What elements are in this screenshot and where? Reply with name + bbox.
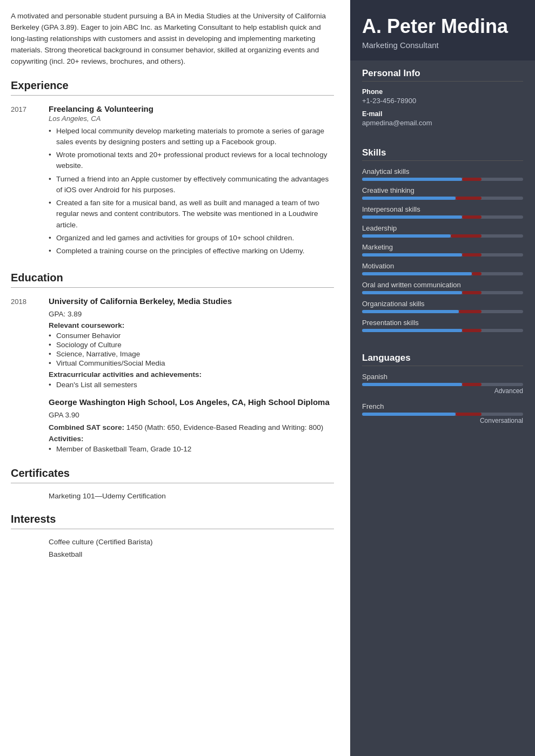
skill-bar — [362, 329, 523, 332]
entry-content: Freelancing & Volunteering Los Angeles, … — [49, 104, 334, 259]
coursework-list: Consumer BehaviorSociology of CultureSci… — [49, 332, 334, 367]
right-column: A. Peter Medina Marketing Consultant Per… — [350, 0, 535, 756]
skill-bar — [362, 178, 523, 181]
skills-title: Skills — [362, 147, 523, 161]
cert-text: Marketing 101—Udemy Certification — [49, 492, 334, 500]
experience-entry: 2017 Freelancing & Volunteering Los Ange… — [11, 104, 334, 259]
name-title: A. Peter Medina — [362, 15, 523, 37]
lang-bar — [362, 383, 523, 386]
gpa-line: GPA 3.90 — [49, 411, 334, 419]
language-item: Spanish Advanced — [362, 373, 523, 395]
certificates-title: Certificates — [11, 467, 334, 483]
skill-name: Leadership — [362, 224, 523, 232]
skill-name: Presentation skills — [362, 319, 523, 327]
skill-bar-remaining — [451, 234, 482, 238]
lang-bar-remaining — [456, 413, 482, 416]
skill-bar-fill — [362, 310, 459, 313]
edu-title: George Washington High School, Los Angel… — [49, 397, 334, 407]
skill-bar — [362, 253, 523, 256]
skill-bar — [362, 310, 523, 313]
entry-content: University of California Berkeley, Media… — [49, 296, 334, 390]
skill-bar-remaining — [456, 197, 482, 200]
gpa-line: GPA: 3.89 — [49, 310, 334, 318]
entry-year: 2017 — [11, 104, 49, 259]
page-layout: A motivated and personable student pursu… — [0, 0, 535, 756]
summary-text: A motivated and personable student pursu… — [11, 11, 334, 68]
skill-name: Oral and written communication — [362, 281, 523, 289]
edu-title: University of California Berkeley, Media… — [49, 296, 334, 306]
experience-title: Experience — [11, 79, 334, 96]
languages-title: Languages — [362, 353, 523, 366]
skill-item: Marketing — [362, 243, 523, 256]
skill-bar-remaining — [462, 329, 482, 332]
skill-bar — [362, 197, 523, 200]
lang-bar-remaining — [462, 383, 482, 386]
bullet-item: Wrote promotional texts and 20+ professi… — [49, 150, 334, 172]
skill-bar — [362, 234, 523, 238]
interest-item: Coffee culture (Certified Barista) — [11, 538, 334, 546]
coursework-item: Science, Narrative, Image — [49, 350, 334, 358]
skill-bar — [362, 272, 523, 275]
certificate-item: Marketing 101—Udemy Certification — [11, 492, 334, 500]
entry-title: Freelancing & Volunteering — [49, 104, 334, 113]
certificates-section: Certificates Marketing 101—Udemy Certifi… — [11, 467, 334, 500]
activities-label: Activities: — [49, 435, 334, 443]
entry-content: George Washington High School, Los Angel… — [49, 397, 334, 454]
skill-name: Motivation — [362, 262, 523, 270]
bullet-item: Completed a training course on the princ… — [49, 246, 334, 256]
phone-label: Phone — [362, 88, 523, 96]
lang-name: French — [362, 402, 523, 410]
interest-text: Coffee culture (Certified Barista) — [49, 538, 334, 546]
skill-bar-fill — [362, 178, 462, 181]
entry-subtitle: Los Angeles, CA — [49, 114, 334, 123]
left-column: A motivated and personable student pursu… — [0, 0, 350, 756]
skill-bar-remaining — [459, 310, 482, 313]
sat-line: Combined SAT score: 1450 (Math: 650, Evi… — [49, 423, 334, 431]
interest-item: Basketball — [11, 550, 334, 558]
education-entry: 2018 University of California Berkeley, … — [11, 296, 334, 390]
skill-bar-fill — [362, 234, 451, 238]
languages-section: Languages Spanish Advanced French Conver… — [350, 345, 535, 440]
skill-bar-fill — [362, 197, 456, 200]
phone-value: +1-23-456-78900 — [362, 97, 523, 105]
bullet-item: Turned a friend into an Apple customer b… — [49, 174, 334, 196]
extracurr-label: Extracurricular activities and achieveme… — [49, 370, 334, 379]
skill-bar-remaining — [462, 215, 482, 219]
email-label: E-mail — [362, 110, 523, 118]
activity-item: Member of Basketball Team, Grade 10-12 — [49, 445, 334, 453]
skill-bar-fill — [362, 329, 462, 332]
entry-year: 2018 — [11, 296, 49, 390]
coursework-label: Relevant coursework: — [49, 321, 334, 329]
lang-bar-fill — [362, 413, 456, 416]
skill-name: Creative thinking — [362, 186, 523, 194]
skill-bar-fill — [362, 272, 472, 275]
lang-level: Advanced — [362, 387, 523, 395]
skill-item: Presentation skills — [362, 319, 523, 332]
lang-level: Conversational — [362, 417, 523, 424]
bullet-item: Created a fan site for a musical band, a… — [49, 198, 334, 231]
skill-item: Oral and written communication — [362, 281, 523, 294]
job-title: Marketing Consultant — [362, 40, 523, 50]
language-item: French Conversational — [362, 402, 523, 424]
skills-section: Skills Analytical skills Creative thinki… — [350, 140, 535, 345]
coursework-item: Sociology of Culture — [49, 341, 334, 349]
skill-bar — [362, 215, 523, 219]
education-title: Education — [11, 272, 334, 288]
skill-item: Organizational skills — [362, 300, 523, 313]
skill-bar-remaining — [462, 178, 482, 181]
skill-name: Interpersonal skills — [362, 205, 523, 213]
skill-bar-fill — [362, 215, 462, 219]
interest-year — [11, 550, 49, 558]
education-entry: George Washington High School, Los Angel… — [11, 397, 334, 454]
skill-bar — [362, 291, 523, 294]
coursework-item: Virtual Communities/Social Media — [49, 359, 334, 367]
interest-text: Basketball — [49, 550, 334, 558]
coursework-item: Consumer Behavior — [49, 332, 334, 340]
skill-bar-remaining — [472, 272, 482, 275]
experience-section: Experience 2017 Freelancing & Volunteeri… — [11, 79, 334, 259]
skill-name: Marketing — [362, 243, 523, 251]
skill-bar-fill — [362, 291, 462, 294]
skill-item: Leadership — [362, 224, 523, 238]
skill-item: Interpersonal skills — [362, 205, 523, 219]
email-value: apmedina@email.com — [362, 119, 523, 127]
